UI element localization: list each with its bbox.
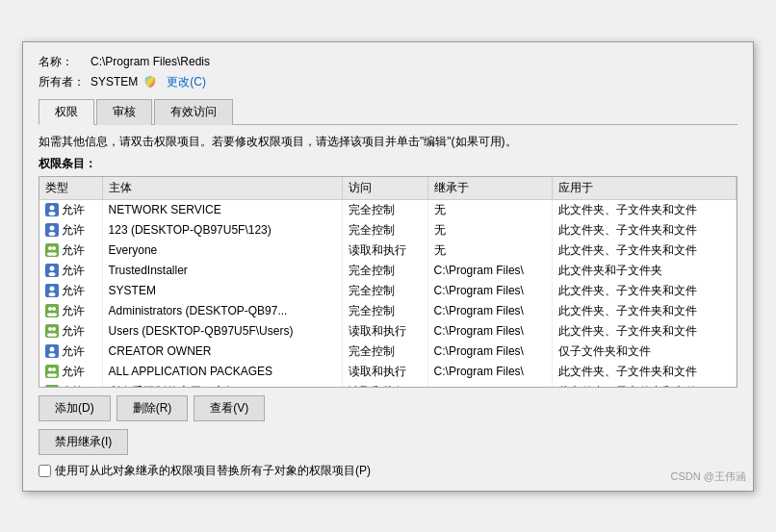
cell-type: 允许 — [39, 342, 102, 362]
table-row[interactable]: 允许 CREATOR OWNER 完全控制 C:\Program Files\ … — [39, 342, 737, 362]
user-icon — [45, 284, 59, 297]
svg-point-24 — [52, 327, 56, 331]
svg-point-2 — [49, 212, 56, 215]
svg-rect-35 — [45, 385, 59, 387]
col-applies: 应用于 — [552, 177, 736, 200]
cell-principal: 所有受限制的应用程序包 — [102, 382, 342, 388]
shield-icon — [143, 75, 157, 89]
cell-access: 读取和执行 — [342, 321, 427, 342]
svg-point-26 — [51, 334, 57, 338]
description-text: 如需其他信息，请双击权限项目。若要修改权限项目，请选择该项目并单击"编辑"(如果… — [39, 133, 737, 150]
table-row[interactable]: 允许 SYSTEM 完全控制 C:\Program Files\ 此文件夹、子文… — [39, 281, 737, 301]
group-icon — [45, 324, 59, 338]
cell-principal: Users (DESKTOP-QB97U5F\Users) — [102, 321, 342, 342]
cell-applies: 此文件夹、子文件夹和文件 — [552, 241, 736, 261]
cell-principal: 123 (DESKTOP-QB97U5F\123) — [102, 220, 342, 241]
cell-type: 允许 — [39, 220, 102, 241]
permissions-table: 类型 主体 访问 继承于 应用于 允许 NETWORK SERVICE 完全控制 — [39, 177, 737, 388]
table-row[interactable]: 允许 Administrators (DESKTOP-QB97... 完全控制 … — [39, 301, 737, 321]
cell-access: 读取和执行 — [342, 241, 427, 261]
col-principal: 主体 — [102, 177, 342, 200]
svg-point-12 — [50, 266, 55, 271]
cell-applies: 此文件夹和子文件夹 — [552, 261, 736, 281]
svg-point-31 — [48, 367, 52, 371]
svg-point-15 — [50, 287, 55, 291]
group-icon — [45, 365, 59, 378]
cell-principal: Administrators (DESKTOP-QB97... — [102, 301, 342, 321]
svg-point-4 — [50, 226, 55, 231]
cell-inherited: C:\Program Files\ — [427, 362, 552, 382]
svg-point-28 — [50, 347, 55, 352]
svg-point-19 — [52, 307, 56, 311]
group-icon — [45, 243, 59, 257]
cell-principal: NETWORK SERVICE — [102, 199, 342, 220]
tab-effective-access[interactable]: 有效访问 — [154, 99, 233, 125]
cell-applies: 仅子文件夹和文件 — [552, 342, 736, 362]
cell-type: 允许 — [39, 321, 102, 342]
cell-applies: 此文件夹、子文件夹和文件 — [552, 199, 736, 220]
table-row[interactable]: 允许 ALL APPLICATION PACKAGES 读取和执行 C:\Pro… — [39, 362, 737, 382]
name-label: 名称： — [39, 54, 87, 70]
delete-button[interactable]: 删除(R) — [116, 395, 189, 421]
change-owner-link[interactable]: 更改(C) — [167, 74, 206, 90]
cell-type: 允许 — [39, 382, 102, 388]
cell-type: 允许 — [39, 261, 102, 281]
cell-access: 完全控制 — [342, 301, 427, 321]
svg-point-7 — [48, 246, 52, 250]
table-row[interactable]: 允许 NETWORK SERVICE 完全控制 无 此文件夹、子文件夹和文件 — [39, 199, 737, 220]
owner-value: SYSTEM — [91, 75, 138, 89]
disable-inherit-button[interactable]: 禁用继承(I) — [39, 429, 128, 455]
table-row[interactable]: 允许 123 (DESKTOP-QB97U5F\123) 完全控制 无 此文件夹… — [39, 220, 737, 241]
svg-point-16 — [49, 292, 56, 296]
svg-point-1 — [50, 206, 55, 211]
col-inherited: 继承于 — [427, 177, 552, 200]
table-row[interactable]: 允许 所有受限制的应用程序包 读取和执行 C:\Program Files\ 此… — [39, 382, 737, 388]
cell-type: 允许 — [39, 281, 102, 301]
name-value: C:\Program Files\Redis — [91, 55, 210, 68]
cell-principal: SYSTEM — [102, 281, 342, 301]
table-row[interactable]: 允许 Users (DESKTOP-QB97U5F\Users) 读取和执行 C… — [39, 321, 737, 342]
table-row[interactable]: 允许 Everyone 读取和执行 无 此文件夹、子文件夹和文件 — [39, 241, 737, 261]
replace-permissions-checkbox[interactable] — [39, 465, 51, 477]
svg-point-18 — [48, 307, 52, 311]
cell-inherited: 无 — [427, 220, 552, 241]
cell-applies: 此文件夹、子文件夹和文件 — [552, 321, 736, 342]
cell-inherited: C:\Program Files\ — [427, 261, 552, 281]
col-type: 类型 — [39, 177, 102, 200]
cell-access: 读取和执行 — [342, 362, 427, 382]
cell-applies: 此文件夹、子文件夹和文件 — [552, 220, 736, 241]
cell-principal: Everyone — [102, 241, 342, 261]
tab-permissions[interactable]: 权限 — [39, 99, 94, 125]
cell-access: 完全控制 — [342, 261, 427, 281]
svg-point-34 — [51, 374, 57, 378]
user-icon — [45, 264, 59, 277]
svg-point-23 — [48, 327, 52, 331]
table-row[interactable]: 允许 TrustedInstaller 完全控制 C:\Program File… — [39, 261, 737, 281]
cell-applies: 此文件夹、子文件夹和文件 — [552, 362, 736, 382]
cell-principal: CREATOR OWNER — [102, 342, 342, 362]
user-icon — [45, 203, 59, 216]
cell-applies: 此文件夹、子文件夹和文件 — [552, 382, 736, 388]
cell-principal: ALL APPLICATION PACKAGES — [102, 362, 342, 382]
tab-audit[interactable]: 审核 — [96, 99, 152, 125]
cell-type: 允许 — [39, 362, 102, 382]
owner-label: 所有者： — [39, 74, 87, 90]
svg-point-29 — [49, 353, 56, 357]
svg-point-21 — [51, 314, 57, 317]
user-icon — [45, 344, 59, 358]
user-icon — [45, 223, 59, 237]
svg-point-5 — [49, 232, 56, 236]
cell-access: 完全控制 — [342, 342, 427, 362]
group-icon — [45, 385, 59, 387]
cell-inherited: C:\Program Files\ — [427, 301, 552, 321]
cell-access: 完全控制 — [342, 199, 427, 220]
cell-applies: 此文件夹、子文件夹和文件 — [552, 281, 736, 301]
cell-principal: TrustedInstaller — [102, 261, 342, 281]
section-title: 权限条目： — [39, 156, 737, 172]
view-button[interactable]: 查看(V) — [194, 395, 265, 421]
replace-permissions-label: 使用可从此对象继承的权限项目替换所有子对象的权限项目(P) — [55, 463, 371, 479]
add-button[interactable]: 添加(D) — [39, 395, 111, 421]
svg-point-32 — [52, 367, 56, 371]
watermark: CSDN @王伟涵 — [671, 469, 746, 484]
cell-type: 允许 — [39, 301, 102, 321]
